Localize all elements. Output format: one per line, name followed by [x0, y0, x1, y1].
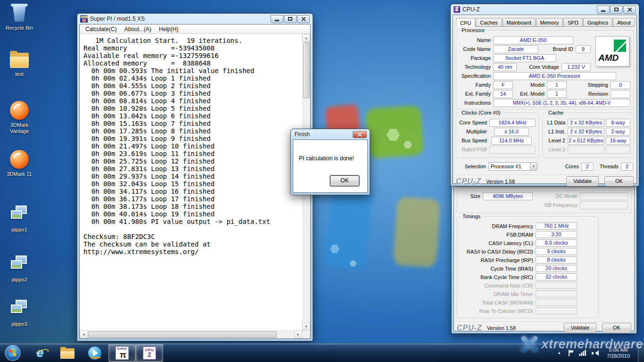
- scroll-up-button[interactable]: ▲: [302, 34, 310, 42]
- timing-row: DRAM Frequency760.1 MHz: [460, 222, 595, 230]
- maximize-button[interactable]: [284, 15, 297, 23]
- tab-cpu[interactable]: CPU: [456, 18, 475, 27]
- hidden-icons-chevron[interactable]: ▲: [555, 349, 563, 357]
- menu-item-2[interactable]: Help(H): [155, 25, 182, 33]
- start-button[interactable]: [5, 345, 21, 361]
- volume-icon[interactable]: [592, 350, 599, 356]
- network-icon[interactable]: [579, 350, 586, 356]
- chevron-down-icon[interactable]: ▼: [530, 163, 537, 170]
- timing-value: [536, 282, 577, 289]
- field-label: Core Voltage: [517, 64, 561, 70]
- instructions-value: MMX(+), SSE (1, 2, 3, 3S, 4A), x86-64, A…: [493, 99, 630, 107]
- amd-logo-icon: [614, 40, 626, 52]
- tab-about[interactable]: About: [613, 18, 635, 26]
- memory-general-group: Size 4096 MBytes DC Mode NB Frequency: [457, 189, 631, 213]
- timing-label: Cycle Time (tRAS): [460, 266, 536, 272]
- cpuz-footer: CPU-Z Version 1.58 Validate OK: [455, 174, 634, 186]
- field-label: Model: [513, 82, 547, 88]
- finish-dialog: Finish PI calculation is done! OK: [290, 129, 370, 195]
- show-desktop-button[interactable]: [638, 344, 644, 362]
- desktop-icon-3dmark-vantage[interactable]: 3DMark Vantage: [1, 100, 38, 134]
- tab-spd[interactable]: SPD: [563, 18, 583, 26]
- desktop-icon-label: pippo1: [1, 227, 38, 233]
- field-label: Specification: [459, 73, 493, 79]
- timing-value: 760.1 MHz: [536, 222, 577, 230]
- field-label: Ext. Family: [459, 91, 493, 97]
- close-button[interactable]: [297, 15, 310, 23]
- taskbar-button-cpu-z[interactable]: CPUZ: [136, 344, 163, 362]
- timings-group-title: Timings: [461, 214, 482, 219]
- action-center-flag-icon[interactable]: [568, 350, 574, 356]
- menu-item-1[interactable]: About...(A): [121, 25, 155, 33]
- field-label: Name: [459, 37, 493, 43]
- ok-button[interactable]: OK: [604, 176, 634, 186]
- desktop-icon-label: Recycle Bin: [1, 25, 38, 31]
- timing-label: Total CAS# (tRDRAM): [460, 300, 536, 305]
- cpuz-titlebar[interactable]: Z CPU-Z: [451, 4, 639, 14]
- brand-id-value: 9: [576, 45, 591, 53]
- timing-value: 9 clocks: [536, 248, 577, 255]
- finish-dialog-title: Finish: [295, 131, 310, 138]
- desktop: Recycle Bintest3DMark Vantage3DMark 11pi…: [0, 0, 644, 362]
- desktop-icon-pippo2[interactable]: pippo2: [1, 255, 38, 283]
- field-label: Family: [459, 82, 493, 88]
- processor-selection-combo[interactable]: Processor #1 ▼: [488, 162, 537, 171]
- timings-group: Timings DRAM Frequency760.1 MHzFSB:DRAM3…: [457, 216, 598, 318]
- clock-date: 7/28/2010: [607, 353, 630, 359]
- timing-value: [536, 299, 577, 306]
- timing-row: Cycle Time (tRAS)20 clocks: [460, 264, 595, 272]
- close-icon[interactable]: [353, 131, 367, 138]
- bus-speed-value: 114.0 MHz: [491, 137, 532, 145]
- desktop-icon-pippo3[interactable]: pippo3: [1, 299, 38, 327]
- desktop-icon-label: 3DMark Vantage: [1, 122, 38, 134]
- timing-row: Bank Cycle Time (tRC)32 clocks: [460, 273, 595, 281]
- taskbar-button-windows-explorer[interactable]: [54, 344, 81, 362]
- validate-button[interactable]: Validate: [564, 323, 596, 333]
- field-label: Multiplier: [459, 129, 489, 134]
- desktop-icon-pippo1[interactable]: pippo1: [1, 205, 38, 233]
- ok-button[interactable]: OK: [602, 323, 631, 333]
- horizontal-scrollbar[interactable]: ◄ ►: [80, 330, 302, 338]
- tab-graphics[interactable]: Graphics: [583, 18, 612, 26]
- rated-fsb-value: [489, 146, 536, 154]
- finish-dialog-titlebar[interactable]: Finish: [291, 129, 370, 139]
- field-label: Level 2: [546, 138, 568, 143]
- minimize-button[interactable]: [271, 15, 283, 23]
- menu-item-0[interactable]: Calculate(C): [82, 25, 121, 33]
- scroll-down-button[interactable]: ▼: [302, 322, 310, 330]
- timing-value: 8.0 clocks: [536, 239, 577, 247]
- taskbar-button-internet-explorer[interactable]: e: [26, 344, 54, 362]
- scroll-right-button[interactable]: ►: [294, 330, 302, 338]
- tab-mainboard[interactable]: Mainboard: [503, 18, 536, 26]
- taskbar-button-windows-media-player[interactable]: [81, 344, 108, 362]
- cores-label: Cores: [537, 164, 581, 169]
- ok-button[interactable]: OK: [330, 175, 359, 186]
- superpi-titlebar[interactable]: SUPERπ Super PI / mod1.5 XS: [77, 14, 313, 24]
- minimize-button[interactable]: [597, 6, 610, 14]
- tray-clock[interactable]: 5:06 AM 7/28/2010: [604, 347, 633, 359]
- field-label: Bus Speed: [459, 138, 489, 143]
- desktop-icon-label: 3DMark 11: [1, 171, 38, 177]
- superpi-title: Super PI / mod1.5 XS: [90, 16, 145, 22]
- taskbar-button-super-pi[interactable]: SUPERπ: [108, 344, 136, 362]
- tab-caches[interactable]: Caches: [476, 18, 502, 26]
- desktop-icon-3dmark-11[interactable]: 3DMark 11: [1, 149, 38, 177]
- timing-label: RAS# to CAS# Delay (tRCD): [460, 249, 536, 255]
- horizontal-scroll-thumb[interactable]: [88, 331, 277, 338]
- tab-memory[interactable]: Memory: [536, 18, 563, 26]
- maximize-button[interactable]: [610, 6, 623, 14]
- desktop-icon-recycle-bin[interactable]: Recycle Bin: [1, 3, 38, 31]
- vertical-scroll-thumb[interactable]: [303, 42, 310, 98]
- l1-data-value: 2 x 32 KBytes: [568, 119, 604, 127]
- validate-button[interactable]: Validate: [566, 176, 599, 186]
- system-tray: ▲ 5:06 AM 7/28/2010: [555, 344, 644, 362]
- cpuz-icon: CPUZ: [143, 346, 156, 360]
- cpuz-memory-window: Size 4096 MBytes DC Mode NB Frequency Ti…: [451, 185, 637, 334]
- close-button[interactable]: [623, 6, 636, 14]
- desktop-icon-test-folder[interactable]: test: [1, 49, 38, 77]
- selection-label: Selection: [456, 164, 488, 169]
- code-name-value: Zacate: [493, 45, 538, 53]
- scroll-left-button[interactable]: ◄: [80, 330, 88, 338]
- superpi-menubar: Calculate(C)About...(A)Help(H): [80, 25, 310, 34]
- threads-value: 2: [621, 163, 633, 171]
